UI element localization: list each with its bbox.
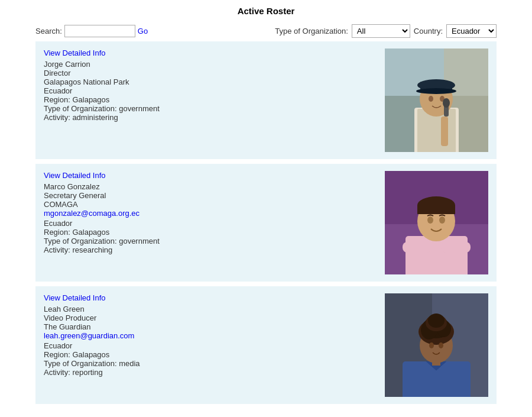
person-org-type: Type of Organization: government (44, 237, 160, 245)
person-activity: Activity: reporting (44, 368, 103, 377)
org-type-label: Type of Organization: (275, 27, 348, 35)
person-org: COMAGA (44, 200, 78, 209)
svg-rect-21 (417, 205, 455, 214)
svg-point-33 (428, 313, 445, 328)
svg-rect-16 (406, 236, 468, 274)
svg-point-23 (439, 216, 445, 224)
person-photo (385, 171, 488, 274)
view-detailed-info-link[interactable]: View Detailed Info (44, 49, 106, 57)
person-photo (385, 49, 488, 152)
person-org: Galapagos National Park (44, 77, 129, 86)
person-country: Ecuador (44, 86, 72, 95)
person-email[interactable]: leah.green@guardian.com (44, 331, 134, 340)
person-email[interactable]: mgonzalez@comaga.org.ec (44, 209, 140, 218)
roster-item: View Detailed Info Marco Gonzalez Secret… (35, 164, 497, 282)
view-detailed-info-link[interactable]: View Detailed Info (44, 171, 106, 180)
person-org-type: Type of Organization: government (44, 104, 160, 113)
svg-point-35 (439, 342, 443, 348)
person-title: Secretary General (44, 191, 106, 200)
svg-point-22 (427, 216, 433, 224)
person-activity: Activity: researching (44, 245, 112, 254)
svg-rect-17 (403, 242, 432, 253)
filter-section: Type of Organization: All government med… (275, 24, 497, 38)
svg-point-8 (416, 88, 456, 94)
svg-point-9 (429, 96, 433, 102)
person-activity: Activity: administering (44, 113, 118, 122)
person-org: The Guardian (44, 322, 91, 331)
person-title: Director (44, 69, 71, 77)
svg-point-34 (429, 342, 434, 348)
go-button[interactable]: Go (138, 27, 148, 35)
person-title: Video Producer (44, 313, 96, 322)
roster-item-info: View Detailed Info Leah Green Video Prod… (44, 293, 385, 377)
person-region: Region: Galapagos (44, 350, 109, 359)
roster-item: View Detailed Info Leah Green Video Prod… (35, 286, 497, 404)
roster-item: View Detailed Info Jorge Carrion Directo… (35, 41, 497, 159)
person-region: Region: Galapagos (44, 228, 109, 237)
roster-item-info: View Detailed Info Jorge Carrion Directo… (44, 49, 385, 122)
search-input[interactable] (64, 25, 135, 37)
view-detailed-info-link[interactable]: View Detailed Info (44, 293, 106, 302)
person-name: Jorge Carrion (44, 60, 90, 69)
svg-rect-18 (441, 242, 471, 253)
toolbar: Search: Go Type of Organization: All gov… (0, 21, 532, 41)
country-label: Country: (414, 27, 443, 35)
person-org-type: Type of Organization: media (44, 359, 140, 368)
roster-list: View Detailed Info Jorge Carrion Directo… (0, 41, 532, 404)
person-country: Ecuador (44, 219, 72, 228)
svg-rect-36 (432, 360, 440, 366)
page-title: Active Roster (0, 0, 532, 21)
person-photo (385, 293, 488, 397)
svg-rect-11 (441, 117, 448, 146)
person-name: Marco Gonzalez (44, 182, 100, 191)
person-country: Ecuador (44, 341, 72, 350)
org-type-select[interactable]: All government media ngo academic (352, 24, 410, 38)
search-label: Search: (35, 27, 62, 35)
roster-item-info: View Detailed Info Marco Gonzalez Secret… (44, 171, 385, 254)
person-region: Region: Galapagos (44, 95, 109, 104)
person-name: Leah Green (44, 305, 85, 313)
svg-point-13 (443, 98, 450, 108)
country-select[interactable]: Ecuador USA Colombia Peru (446, 24, 497, 38)
search-section: Search: Go (35, 25, 148, 37)
